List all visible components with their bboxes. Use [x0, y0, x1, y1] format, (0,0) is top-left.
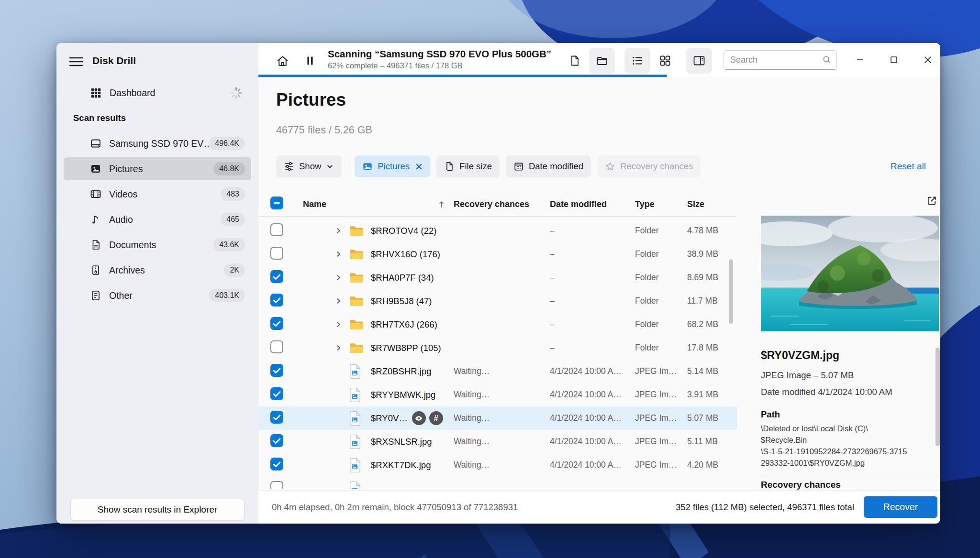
column-header-size[interactable]: Size: [687, 199, 737, 209]
filter-chip-date-modified[interactable]: Date modified: [506, 155, 591, 177]
recovery-cell: Waiting…: [454, 390, 550, 400]
sidebar-item-videos[interactable]: Videos 483: [64, 183, 251, 206]
row-checkbox[interactable]: [270, 223, 283, 236]
expand-chevron-icon[interactable]: [335, 227, 342, 234]
date-cell: 4/1/2024 10:00 A…: [550, 366, 635, 376]
sidebar-item-archives[interactable]: Archives 2K: [64, 259, 251, 282]
recovery-cell: Waiting…: [454, 460, 550, 470]
recover-button[interactable]: Recover: [864, 496, 937, 518]
jpeg-file-icon: [349, 364, 361, 379]
minimize-icon[interactable]: [848, 49, 872, 71]
table-row[interactable]: $RH7TX6J (266) – Folder 68.2 MB: [258, 313, 737, 336]
expand-chevron-icon[interactable]: [335, 297, 342, 305]
expand-chevron-icon[interactable]: [335, 321, 342, 328]
table-scrollbar[interactable]: [729, 259, 733, 324]
file-path-line: \S-1-5-21-1910952284-2732269675-3715: [761, 446, 907, 457]
table-row[interactable]: $RZ0BSHR.jpg Waiting… 4/1/2024 10:00 A… …: [258, 360, 737, 383]
table-row[interactable]: $RYYBMWK.jpg Waiting… 4/1/2024 10:00 A… …: [258, 383, 737, 406]
search-input[interactable]: [724, 50, 837, 70]
folder-icon: [349, 248, 364, 261]
table-row[interactable]: $RY0V… # Waiting… 4/1/2024 10:00 A… JPEG…: [258, 406, 737, 430]
row-checkbox[interactable]: [270, 294, 283, 306]
row-checkbox[interactable]: [270, 340, 283, 353]
table-row[interactable]: $RXKT7DK.jpg Waiting… 4/1/2024 10:00 A… …: [258, 453, 737, 477]
file-path-line: 293332-1001\$RY0VZGM.jpg: [761, 457, 907, 469]
row-checkbox[interactable]: [270, 317, 283, 330]
table-row[interactable]: $R7WB8PP (105) – Folder 17.8 MB: [258, 336, 737, 360]
preview-scrollbar[interactable]: [935, 348, 940, 446]
expand-chevron-icon[interactable]: [335, 344, 342, 351]
expand-chevron-icon[interactable]: [335, 274, 342, 281]
sidebar-item-dashboard[interactable]: Dashboard: [64, 81, 251, 104]
table-row[interactable]: $RROTOV4 (22) – Folder 4.78 MB: [258, 219, 737, 242]
scan-title: Scanning “Samsung SSD 970 EVO Plus 500GB…: [328, 47, 551, 60]
grid-view-icon[interactable]: [652, 48, 678, 74]
type-cell: Folder: [635, 343, 687, 353]
remove-filter-icon[interactable]: [415, 163, 423, 170]
row-checkbox[interactable]: [270, 434, 283, 447]
item-count-badge: 465: [221, 213, 245, 226]
drive-icon: [90, 138, 101, 149]
scan-progress-fill: [258, 75, 667, 77]
column-header-name[interactable]: Name: [290, 199, 454, 209]
filter-divider: [348, 158, 348, 175]
type-cell: Folder: [635, 296, 687, 306]
menu-icon[interactable]: [67, 54, 85, 70]
home-icon[interactable]: [269, 48, 295, 74]
file-name: $RHVX16O (176): [371, 249, 440, 260]
sidebar-item-audio[interactable]: Audio 465: [64, 208, 251, 231]
table-row[interactable]: $RXSNLSR.jpg Waiting… 4/1/2024 10:00 A… …: [258, 430, 737, 453]
filter-chip-label: Date modified: [529, 161, 583, 172]
filter-chip-file-size[interactable]: File size: [436, 155, 500, 177]
row-checkbox[interactable]: [270, 270, 283, 283]
select-all-checkbox[interactable]: [270, 197, 283, 209]
table-row[interactable]: [258, 477, 737, 489]
search-icon: [822, 55, 832, 65]
sidebar-item-label: Other: [109, 290, 133, 301]
date-cell: 4/1/2024 10:00 A…: [550, 413, 635, 423]
maximize-icon[interactable]: [882, 49, 906, 71]
row-checkbox[interactable]: [270, 481, 283, 489]
folder-view-icon[interactable]: [589, 48, 615, 74]
new-file-icon[interactable]: [562, 48, 588, 74]
sidebar-item-pictures[interactable]: Pictures 46.8K: [64, 157, 251, 180]
column-header-type[interactable]: Type: [635, 199, 687, 209]
other-icon: [90, 290, 101, 301]
show-label: Show: [299, 161, 321, 172]
content-area: Pictures 46775 files / 5.26 GB Show Pict…: [258, 77, 940, 490]
row-checkbox[interactable]: [270, 247, 283, 260]
hash-badge-icon[interactable]: #: [429, 411, 443, 425]
row-checkbox[interactable]: [270, 387, 283, 400]
table-row[interactable]: $RH9B5J8 (47) – Folder 11.7 MB: [258, 289, 737, 313]
sidebar-item-documents[interactable]: Documents 43.6K: [64, 233, 251, 256]
search-box: [724, 50, 837, 70]
sidebar-item-other[interactable]: Other 403.1K: [64, 284, 251, 307]
table-row[interactable]: $RHA0P7F (34) – Folder 8.69 MB: [258, 266, 737, 289]
column-header-recovery[interactable]: Recovery chances: [454, 199, 550, 209]
show-filter-button[interactable]: Show: [276, 155, 342, 177]
date-cell: 4/1/2024 10:00 A…: [550, 390, 635, 400]
sidebar-item-samsung-ssd-970-ev[interactable]: Samsung SSD 970 EV… 496.4K: [64, 132, 251, 155]
eye-badge-icon[interactable]: [412, 411, 426, 425]
row-checkbox[interactable]: [270, 364, 283, 377]
file-name: $RH9B5J8 (47): [371, 296, 432, 306]
filter-chip-recovery-chances[interactable]: Recovery chances: [597, 155, 701, 177]
row-checkbox[interactable]: [270, 458, 283, 470]
pause-icon[interactable]: [297, 48, 323, 74]
row-checkbox[interactable]: [270, 411, 283, 424]
show-in-explorer-button[interactable]: Show scan results in Explorer: [70, 499, 245, 521]
status-bar: 0h 4m elapsed, 0h 2m remain, block 47705…: [258, 490, 940, 524]
pictures-icon: [362, 161, 373, 172]
filter-chip-label: Recovery chances: [620, 161, 693, 172]
list-view-icon[interactable]: [624, 48, 650, 74]
table-row[interactable]: $RHVX16O (176) – Folder 38.9 MB: [258, 242, 737, 266]
external-link-icon[interactable]: [924, 194, 939, 208]
filter-chip-pictures[interactable]: Pictures: [355, 155, 430, 177]
sidebar-item-label: Documents: [109, 240, 156, 251]
preview-filename: $RY0VZGM.jpg: [761, 349, 839, 362]
column-header-date[interactable]: Date modified: [550, 199, 635, 209]
expand-chevron-icon[interactable]: [335, 251, 342, 258]
preview-panel-icon[interactable]: [686, 48, 712, 74]
type-cell: JPEG Im…: [635, 366, 687, 376]
close-icon[interactable]: [916, 49, 940, 71]
